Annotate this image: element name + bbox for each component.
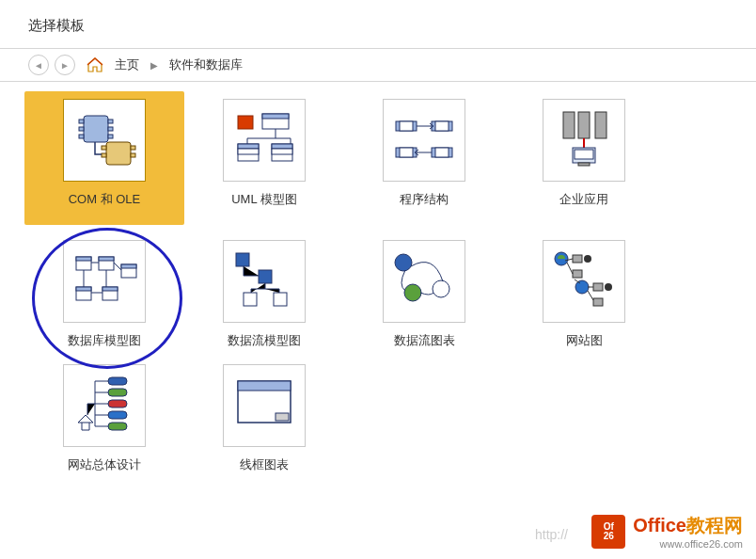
svg-rect-48: [274, 293, 287, 306]
svg-rect-17: [238, 149, 259, 154]
svg-rect-3: [79, 135, 84, 138]
template-label: 网站图: [566, 332, 603, 349]
template-label: 数据流图表: [394, 332, 455, 349]
template-thumb: [383, 240, 465, 323]
template-thumb: [63, 364, 146, 447]
svg-rect-12: [238, 116, 253, 129]
template-thumb: [63, 99, 146, 182]
template-website-design[interactable]: 网站总体设计: [24, 357, 184, 473]
svg-rect-53: [573, 255, 582, 263]
template-label: 数据库模型图: [68, 332, 141, 349]
template-thumb: [223, 364, 306, 447]
template-label: 数据流模型图: [228, 332, 301, 349]
svg-rect-57: [593, 283, 603, 291]
chevron-right-icon: ▶: [150, 60, 158, 71]
svg-rect-22: [400, 121, 413, 131]
watermark-url: www.office26.com: [633, 538, 743, 550]
template-thumb: [543, 240, 625, 323]
svg-rect-19: [272, 144, 292, 149]
breadcrumb-current[interactable]: 软件和数据库: [169, 56, 243, 73]
svg-rect-66: [238, 381, 291, 391]
template-wireframe[interactable]: 线框图表: [184, 357, 344, 473]
template-thumb: [223, 240, 306, 323]
svg-rect-4: [108, 120, 113, 123]
svg-rect-31: [595, 112, 606, 138]
template-enterprise-app[interactable]: 企业应用: [504, 91, 664, 225]
svg-rect-7: [106, 142, 131, 165]
svg-rect-38: [99, 257, 114, 261]
svg-rect-6: [108, 135, 113, 138]
svg-rect-34: [578, 163, 590, 166]
svg-rect-62: [108, 400, 127, 407]
template-label: 网站总体设计: [68, 456, 141, 473]
nav-back-button[interactable]: ◄: [28, 55, 49, 75]
template-thumb: [63, 240, 146, 323]
svg-rect-28: [435, 148, 449, 157]
page-title: 选择模板: [0, 0, 756, 48]
svg-rect-55: [573, 270, 582, 278]
template-program-structure[interactable]: 程序结构: [344, 91, 504, 225]
svg-rect-10: [131, 146, 135, 150]
svg-point-51: [433, 280, 449, 297]
nav-forward-button[interactable]: ►: [55, 55, 75, 75]
svg-rect-40: [121, 264, 136, 268]
watermark-brand: Office教程网: [633, 513, 743, 538]
svg-rect-2: [79, 127, 84, 131]
svg-rect-26: [400, 148, 413, 157]
svg-rect-9: [102, 153, 106, 157]
svg-rect-29: [563, 112, 575, 138]
template-dataflow-chart[interactable]: 数据流图表: [344, 232, 504, 349]
template-dataflow-model[interactable]: 数据流模型图: [184, 232, 344, 349]
svg-rect-63: [108, 411, 127, 419]
template-thumb: [383, 99, 465, 182]
svg-rect-44: [102, 287, 118, 291]
svg-rect-64: [108, 423, 127, 430]
template-label: 线框图表: [240, 456, 289, 473]
template-thumb: [223, 99, 306, 182]
svg-rect-60: [108, 377, 127, 385]
svg-rect-30: [578, 112, 590, 138]
svg-rect-59: [593, 298, 603, 306]
template-com-ole[interactable]: COM 和 OLE: [24, 91, 184, 225]
svg-rect-0: [84, 116, 108, 142]
template-sitemap[interactable]: 网站图: [504, 232, 664, 349]
svg-rect-61: [108, 389, 127, 396]
home-icon[interactable]: [87, 57, 103, 72]
svg-rect-14: [262, 114, 289, 119]
svg-rect-46: [259, 270, 272, 283]
svg-rect-16: [238, 144, 259, 149]
template-uml[interactable]: UML 模型图: [184, 91, 344, 225]
svg-rect-24: [435, 121, 449, 131]
breadcrumb-bar: ◄ ► 主页 ▶ 软件和数据库: [0, 48, 756, 82]
template-db-model[interactable]: 数据库模型图: [24, 232, 184, 349]
watermark-logo-icon: Of26: [591, 515, 625, 549]
svg-point-49: [395, 254, 412, 271]
svg-rect-47: [244, 293, 257, 306]
svg-rect-42: [76, 287, 91, 291]
svg-rect-67: [276, 413, 289, 421]
svg-rect-45: [236, 253, 249, 266]
svg-rect-11: [131, 153, 135, 157]
template-thumb: [543, 99, 625, 182]
svg-point-56: [575, 280, 589, 294]
svg-rect-20: [272, 149, 292, 154]
svg-rect-33: [575, 150, 593, 159]
watermark: Of26 Office教程网 www.office26.com: [591, 513, 743, 550]
svg-rect-5: [108, 127, 113, 131]
breadcrumb-home[interactable]: 主页: [115, 56, 139, 73]
template-label: 企业应用: [559, 191, 608, 208]
svg-point-54: [584, 255, 591, 263]
svg-rect-1: [79, 120, 84, 123]
template-label: UML 模型图: [231, 191, 297, 208]
template-label: COM 和 OLE: [69, 191, 141, 208]
svg-rect-36: [76, 257, 91, 261]
svg-rect-8: [102, 146, 106, 150]
watermark-http: http://: [535, 527, 568, 542]
svg-point-58: [605, 283, 612, 291]
template-label: 程序结构: [400, 191, 449, 208]
svg-point-50: [404, 284, 421, 301]
template-grid: COM 和 OLE UML 模型图: [0, 82, 756, 483]
